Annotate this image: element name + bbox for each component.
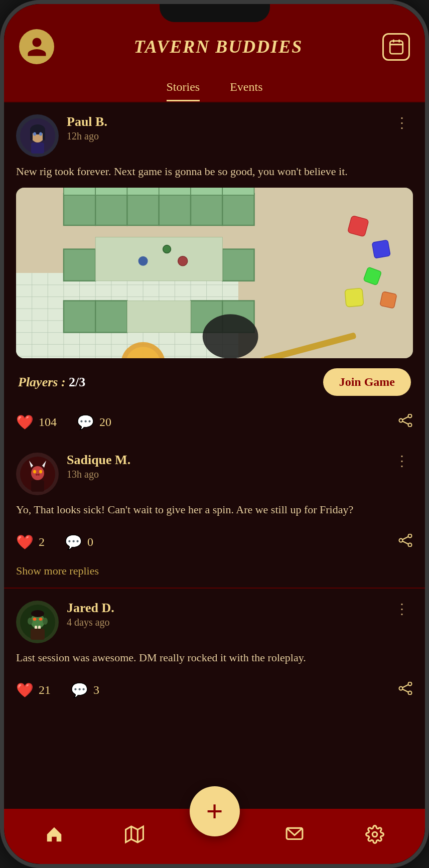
nav-settings[interactable] bbox=[335, 825, 415, 848]
svg-rect-0 bbox=[390, 41, 403, 54]
svg-rect-45 bbox=[159, 188, 191, 195]
fab-container: + bbox=[190, 786, 240, 836]
svg-rect-51 bbox=[64, 301, 95, 332]
post-meta-paul: Paul B. 12h ago bbox=[67, 114, 383, 142]
join-game-button[interactable]: Join Game bbox=[323, 368, 411, 396]
svg-point-75 bbox=[31, 466, 44, 480]
post-content-sadique: Yo, That looks sick! Can't wait to give … bbox=[16, 501, 413, 518]
avatar-paul bbox=[16, 114, 59, 157]
svg-point-57 bbox=[178, 256, 188, 266]
svg-point-98 bbox=[399, 687, 403, 690]
svg-rect-52 bbox=[95, 301, 127, 332]
nav-home[interactable] bbox=[14, 825, 94, 848]
user-avatar[interactable] bbox=[19, 29, 54, 64]
post-actions-paul: ❤️ 104 💬 20 bbox=[16, 406, 413, 441]
post-sadique: Sadique M. 13h ago ⋮ Yo, That looks sick… bbox=[4, 441, 425, 588]
svg-line-85 bbox=[402, 541, 408, 544]
comment-button-jared[interactable]: 💬 3 bbox=[71, 682, 99, 698]
post-time-sadique: 13h ago bbox=[67, 469, 383, 480]
post-more-paul[interactable]: ⋮ bbox=[391, 114, 413, 131]
post-meta-sadique: Sadique M. 13h ago bbox=[67, 453, 383, 480]
svg-rect-36 bbox=[64, 194, 95, 225]
post-time-jared: 4 days ago bbox=[67, 617, 383, 628]
share-button-sadique[interactable] bbox=[398, 534, 413, 550]
svg-line-99 bbox=[402, 685, 408, 688]
svg-point-94 bbox=[31, 610, 44, 617]
post-time-paul: 12h ago bbox=[67, 130, 383, 142]
svg-point-10 bbox=[39, 132, 42, 135]
svg-point-58 bbox=[163, 245, 171, 253]
dungeon-image-svg bbox=[16, 188, 413, 358]
avatar-sadique bbox=[16, 453, 59, 495]
post-content-jared: Last session was awesome. DM really rock… bbox=[16, 649, 413, 666]
svg-point-79 bbox=[38, 474, 40, 476]
tab-events[interactable]: Events bbox=[230, 74, 262, 101]
post-author-paul: Paul B. bbox=[67, 114, 383, 129]
settings-icon bbox=[365, 825, 384, 848]
comment-icon-jared: 💬 bbox=[71, 682, 88, 698]
svg-point-71 bbox=[399, 419, 403, 422]
svg-point-97 bbox=[408, 691, 412, 695]
show-replies-button[interactable]: Show more replies bbox=[16, 560, 413, 588]
svg-line-72 bbox=[402, 417, 408, 420]
players-text: Players bbox=[18, 375, 58, 389]
phone-screen: Tavern Buddies Stories Events bbox=[4, 4, 425, 864]
bottom-nav: + bbox=[4, 809, 425, 864]
svg-rect-38 bbox=[127, 194, 159, 225]
post-more-sadique[interactable]: ⋮ bbox=[391, 453, 413, 469]
like-count-paul: 104 bbox=[39, 415, 57, 429]
add-post-button[interactable]: + bbox=[190, 786, 240, 836]
svg-rect-80 bbox=[31, 480, 44, 492]
share-icon-sadique bbox=[398, 534, 413, 550]
map-icon bbox=[125, 825, 144, 848]
svg-marker-101 bbox=[125, 826, 143, 842]
jared-avatar-image bbox=[20, 605, 55, 640]
like-count-sadique: 2 bbox=[39, 535, 45, 549]
post-more-jared[interactable]: ⋮ bbox=[391, 601, 413, 617]
post-content-paul: New rig took forever. Next game is gonna… bbox=[16, 163, 413, 180]
svg-point-105 bbox=[372, 832, 377, 837]
players-label: Players : 2/3 bbox=[18, 375, 85, 390]
svg-point-81 bbox=[408, 534, 412, 538]
svg-line-84 bbox=[402, 537, 408, 540]
feed: Paul B. 12h ago ⋮ New rig took forever. … bbox=[4, 102, 425, 809]
svg-rect-47 bbox=[222, 188, 254, 195]
tab-stories[interactable]: Stories bbox=[167, 74, 200, 101]
nav-map[interactable] bbox=[94, 825, 175, 848]
user-icon bbox=[26, 36, 48, 58]
svg-rect-41 bbox=[222, 194, 254, 225]
share-icon-jared bbox=[398, 682, 413, 698]
share-button-paul[interactable] bbox=[398, 414, 413, 430]
post-image-paul bbox=[16, 188, 413, 358]
players-count: 2/3 bbox=[69, 375, 85, 389]
post-actions-jared: ❤️ 21 💬 3 bbox=[16, 674, 413, 708]
calendar-icon bbox=[388, 38, 405, 55]
svg-rect-48 bbox=[64, 249, 95, 281]
svg-rect-40 bbox=[191, 194, 222, 225]
avatar-jared bbox=[16, 601, 59, 643]
like-button-sadique[interactable]: ❤️ 2 bbox=[16, 534, 45, 550]
svg-point-88 bbox=[28, 618, 33, 625]
svg-point-90 bbox=[33, 618, 36, 621]
svg-rect-63 bbox=[380, 292, 397, 309]
plus-icon: + bbox=[206, 796, 223, 826]
post-actions-sadique: ❤️ 2 💬 0 bbox=[16, 526, 413, 560]
svg-point-76 bbox=[33, 470, 36, 473]
svg-rect-39 bbox=[159, 194, 191, 225]
phone-notch bbox=[160, 4, 270, 22]
nav-messages[interactable] bbox=[254, 825, 335, 848]
like-button-jared[interactable]: ❤️ 21 bbox=[16, 682, 51, 698]
svg-rect-62 bbox=[345, 288, 364, 307]
svg-point-89 bbox=[43, 618, 48, 625]
comment-button-sadique[interactable]: 💬 0 bbox=[65, 534, 93, 550]
svg-rect-95 bbox=[31, 629, 45, 640]
svg-point-70 bbox=[408, 423, 412, 427]
svg-line-73 bbox=[402, 421, 408, 424]
share-button-jared[interactable] bbox=[398, 682, 413, 698]
svg-rect-43 bbox=[95, 188, 127, 195]
share-icon bbox=[398, 414, 413, 430]
comment-icon-sadique: 💬 bbox=[65, 534, 82, 550]
calendar-button[interactable] bbox=[382, 33, 410, 61]
like-button-paul[interactable]: ❤️ 104 bbox=[16, 414, 57, 430]
comment-button-paul[interactable]: 💬 20 bbox=[77, 414, 111, 430]
